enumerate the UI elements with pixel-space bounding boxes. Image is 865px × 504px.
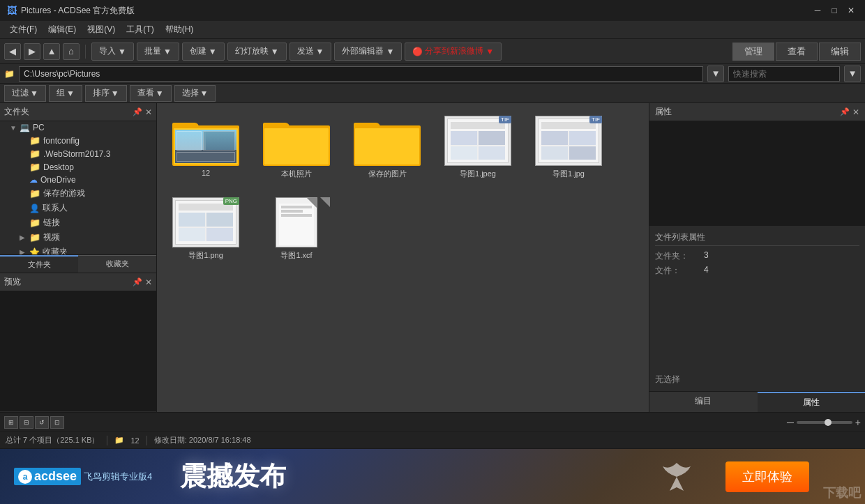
sidebar-tab-folders[interactable]: 文件夹 [0,255,78,273]
ad-experience-button[interactable]: 立即体验 [725,461,809,492]
share-weibo-button[interactable]: 🔴 分享到新浪微博 ▼ [405,43,502,61]
thumb-grid [451,131,505,160]
tree-item-webstorm[interactable]: 📁 .WebStorm2017.3 [0,147,156,160]
maximize-button[interactable]: □ [827,3,841,17]
manage-tab[interactable]: 管理 [732,43,774,61]
ad-logo-row: a acdsee 飞鸟剪辑专业版4 [14,468,152,485]
contacts-icon: 👤 [29,204,40,213]
file-item-saved-pics[interactable]: 保存的图片 [345,110,429,185]
view-btn-3[interactable]: ↺ [35,416,49,429]
tree-item-favorites[interactable]: ▶ ⭐ 收藏夹 [0,245,156,254]
tree-item-links[interactable]: 📁 链接 [0,215,156,230]
menu-bar: 文件(F) 编辑(E) 视图(V) 工具(T) 帮助(H) [0,21,865,39]
search-input[interactable] [728,66,840,82]
action-bar: ◀ ▶ ▲ ⌂ 导入 ▼ 批量 ▼ 创建 ▼ 幻灯放映 ▼ 发送 ▼ 外部编辑器… [0,39,865,64]
tree-item-contacts[interactable]: 👤 联系人 [0,201,156,215]
folder-inner-sp [355,128,419,165]
group-button[interactable]: 组 ▼ [49,85,82,102]
preview-close-icon[interactable]: ✕ [145,277,152,287]
tree-item-pc[interactable]: ▼ 💻 PC [0,121,156,134]
file-name-xcf: 导图1.xcf [280,250,312,261]
tg2 [479,131,505,145]
external-editor-label: 外部编辑器 [342,45,384,57]
minimize-button[interactable]: ─ [811,3,825,17]
menu-edit[interactable]: 编辑(E) [43,22,82,38]
batch-button[interactable]: 批量 ▼ [137,43,179,61]
file-item-jpeg[interactable]: TIF [436,110,520,185]
send-label: 发送 [297,45,314,57]
nav-forward-button[interactable]: ▶ [24,43,40,60]
view-btn-4[interactable]: ⊡ [50,416,64,429]
address-input[interactable] [19,66,703,82]
view-arrow: ▼ [156,89,164,98]
menu-tools[interactable]: 工具(T) [121,22,159,38]
view-btn-1[interactable]: ⊞ [4,416,18,429]
grid-2 [203,131,235,151]
address-bar: 📁 ▼ ▼ [0,64,865,84]
preview-pin-icon[interactable]: 📌 [133,277,142,287]
sidebar-close-icon[interactable]: ✕ [145,107,152,117]
filter-button[interactable]: 过滤 ▼ [4,85,46,102]
sidebar-tab-favorites[interactable]: 收藏夹 [78,255,156,273]
status-bar: 总计 7 个项目（225.1 KB） 📁 12 修改日期: 2020/8/7 1… [0,432,865,448]
ptg3 [179,228,205,242]
zoom-minus-button[interactable]: ─ [787,417,794,428]
tree-arrow-pc: ▼ [10,124,17,132]
close-button[interactable]: ✕ [844,3,858,17]
menu-file[interactable]: 文件(F) [4,22,43,38]
props-close-icon[interactable]: ✕ [852,107,859,117]
select-button[interactable]: 选择 ▼ [174,85,216,102]
sidebar-pin-icon[interactable]: 📌 [133,107,142,117]
edit-tab[interactable]: 编辑 [819,43,861,61]
props-pin-icon[interactable]: 📌 [840,107,850,117]
menu-help[interactable]: 帮助(H) [160,22,200,38]
nav-home-button[interactable]: ⌂ [63,43,80,60]
jtg2 [569,131,596,145]
props-tab-catalog[interactable]: 编目 [649,392,758,412]
addr-dropdown-button[interactable]: ▼ [707,66,724,82]
file-item-local-photos[interactable]: 本机照片 [255,110,338,185]
view-label: 查看 [137,87,154,99]
nav-up-button[interactable]: ▲ [43,43,60,60]
tree-label-webstorm: .WebStorm2017.3 [43,149,111,159]
file-item-jpg[interactable]: TIF [527,110,610,185]
zoom-plus-button[interactable]: + [855,417,861,428]
status-total: 总计 7 个项目（225.1 KB） [6,435,100,445]
ad-banner[interactable]: a acdsee 飞鸟剪辑专业版4 震撼发布 立即体验 下载吧 [0,448,865,504]
tree-item-desktop[interactable]: 📁 Desktop [0,160,156,174]
tree-item-onedrive[interactable]: ☁ OneDrive [0,174,156,186]
ad-logo-badge: a acdsee [14,468,81,485]
middle-section: 文件夹 📌 ✕ ▼ 💻 PC 📁 fontconfig [0,103,865,412]
status-folder-icon: 📁 [114,436,124,445]
sidebar-tabs: 文件夹 收藏夹 [0,254,156,273]
slideshow-button[interactable]: 幻灯放映 ▼ [227,43,287,61]
props-content: 文件列表属性 文件夹： 3 文件： 4 [649,226,865,368]
view-tab[interactable]: 查看 [776,43,818,61]
tree-item-saved-games[interactable]: 📁 保存的游戏 [0,186,156,201]
send-button[interactable]: 发送 ▼ [289,43,332,61]
right-tabs: 管理 查看 编辑 [732,43,861,61]
props-tab-properties[interactable]: 属性 [758,392,866,412]
sort-button[interactable]: 排序 ▼ [85,85,127,102]
menu-view[interactable]: 视图(V) [82,22,121,38]
nav-back-button[interactable]: ◀ [4,43,21,60]
external-editor-button[interactable]: 外部编辑器 ▼ [334,43,402,61]
folder-saved-graphic [354,116,421,166]
view-button[interactable]: 查看 ▼ [130,85,172,102]
create-button[interactable]: 创建 ▼ [182,43,225,61]
jpeg-thumb-inner [447,119,509,163]
file-item-12[interactable]: 12 [164,110,248,185]
sidebar-header: 文件夹 📌 ✕ [0,103,156,121]
file-item-png[interactable]: PNG [164,192,248,266]
properties-panel: 属性 📌 ✕ 文件列表属性 文件夹： 3 文件： 4 无选 [649,103,865,412]
view-btn-2[interactable]: ⊟ [20,416,33,429]
create-label: 创建 [190,45,206,57]
file-area[interactable]: 12 本机照片 [157,103,649,412]
tree-item-videos[interactable]: ▶ 📁 视频 [0,230,156,245]
zoom-slider[interactable] [797,421,852,424]
file-item-xcf[interactable]: 导图1.xcf [255,192,338,266]
search-dropdown-button[interactable]: ▼ [844,66,861,82]
tree-item-fontconfig[interactable]: 📁 fontconfig [0,134,156,147]
app-window: 🖼 Pictures - ACDSee 官方免费版 ─ □ ✕ 文件(F) 编辑… [0,0,865,504]
import-button[interactable]: 导入 ▼ [91,43,134,61]
